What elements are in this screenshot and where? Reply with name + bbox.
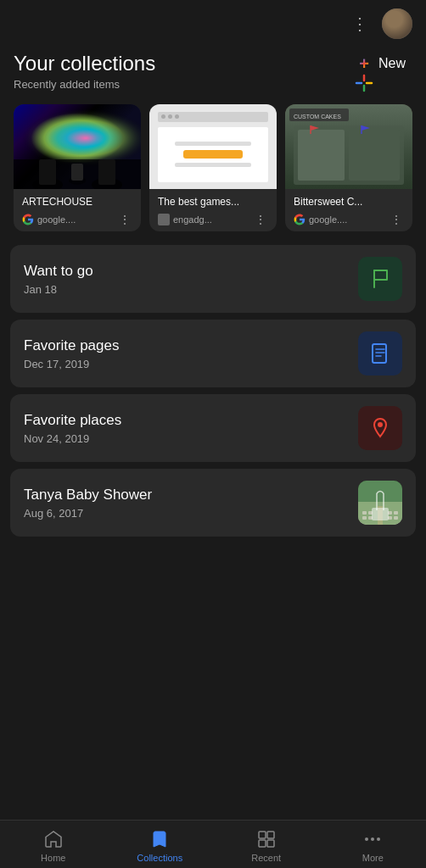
card-thumb-games	[149, 104, 277, 189]
flag-icon	[368, 267, 392, 291]
title-row: Your collections New	[0, 44, 426, 78]
browser-line-2	[175, 163, 251, 167]
card-meta-artechouse: google.... ⋮	[22, 213, 132, 226]
collection-item-baby-shower[interactable]: Tanya Baby Shower Aug 6, 2017	[10, 469, 416, 537]
page-title: Your collections	[14, 52, 155, 75]
collection-item-favorite-places[interactable]: Favorite places Nov 24, 2019	[10, 394, 416, 462]
card-more-bittersweet[interactable]: ⋮	[389, 213, 404, 226]
svg-rect-40	[267, 832, 274, 838]
svg-point-45	[377, 837, 380, 841]
nav-item-recent[interactable]: Recent	[213, 829, 320, 863]
svg-text:CUSTOM CAKES: CUSTOM CAKES	[294, 114, 341, 120]
new-plus-icon	[355, 54, 373, 73]
svg-rect-41	[259, 840, 266, 847]
collection-date-favorite-places: Nov 24, 2019	[24, 432, 121, 445]
card-source-bittersweet: google....	[294, 214, 347, 225]
svg-rect-5	[39, 159, 56, 185]
svg-rect-35	[368, 516, 373, 520]
favorite-pages-icon-wrapper	[358, 331, 402, 376]
svg-rect-21	[373, 344, 386, 363]
collection-date-favorite-pages: Dec 17, 2019	[24, 358, 119, 370]
nav-label-more: More	[362, 853, 384, 863]
card-artechouse[interactable]: ARTECHOUSE google.... ⋮	[14, 104, 141, 231]
more-icon-wrap	[362, 829, 383, 849]
card-meta-bittersweet: google.... ⋮	[294, 213, 404, 226]
collection-name-favorite-places: Favorite places	[24, 412, 121, 429]
collection-date-baby-shower: Aug 6, 2017	[24, 507, 152, 520]
collection-info-baby-shower: Tanya Baby Shower Aug 6, 2017	[24, 487, 152, 520]
svg-rect-33	[394, 511, 398, 515]
home-icon	[43, 829, 64, 849]
svg-point-25	[378, 422, 383, 427]
card-games[interactable]: The best games... engadg... ⋮	[149, 104, 277, 231]
svg-point-43	[365, 837, 368, 841]
collection-name-favorite-pages: Favorite pages	[24, 337, 119, 354]
new-button-label: New	[378, 56, 406, 71]
collection-item-want-to-go[interactable]: Want to go Jan 18	[10, 245, 416, 313]
bottom-spacer	[0, 537, 426, 613]
nav-item-collections[interactable]: Collections	[107, 829, 214, 863]
card-info-games: The best games... engadg... ⋮	[149, 189, 277, 231]
collection-item-favorite-pages[interactable]: Favorite pages Dec 17, 2019	[10, 320, 416, 387]
header: ⋮	[0, 0, 426, 44]
card-title-bittersweet: Bittersweet C...	[294, 196, 404, 208]
browser-dot-3	[175, 114, 179, 119]
recent-icon	[256, 829, 277, 849]
collection-name-baby-shower: Tanya Baby Shower	[24, 487, 152, 504]
browser-dot-2	[168, 114, 172, 119]
baby-shower-photo	[358, 481, 402, 525]
svg-rect-32	[388, 511, 392, 515]
svg-rect-14	[298, 130, 345, 181]
more-icon	[362, 829, 383, 849]
card-title-artechouse: ARTECHOUSE	[22, 196, 132, 208]
bottom-nav: Home Collections Recent	[0, 820, 426, 868]
svg-rect-38	[378, 506, 383, 525]
want-to-go-icon-wrapper	[358, 257, 402, 301]
recent-icon-wrap	[256, 829, 277, 849]
svg-rect-9	[71, 164, 83, 181]
svg-point-44	[371, 837, 374, 841]
card-more-games[interactable]: ⋮	[253, 213, 268, 226]
card-title-games: The best games...	[158, 196, 268, 208]
collection-list: Want to go Jan 18 Favorite pages Dec 17,…	[0, 245, 426, 537]
card-bittersweet[interactable]: CUSTOM CAKES Bittersweet C...	[285, 104, 412, 231]
browser-content	[158, 127, 268, 182]
svg-rect-39	[259, 832, 266, 838]
card-meta-games: engadg... ⋮	[158, 213, 268, 226]
svg-rect-36	[388, 516, 392, 520]
nav-label-home: Home	[41, 853, 65, 863]
header-more-button[interactable]: ⋮	[348, 10, 372, 37]
collection-name-want-to-go: Want to go	[24, 263, 93, 280]
collection-date-want-to-go: Jan 18	[24, 283, 93, 296]
collection-info-want-to-go: Want to go Jan 18	[24, 263, 93, 296]
card-more-artechouse[interactable]: ⋮	[117, 213, 132, 226]
svg-rect-31	[368, 511, 373, 515]
nav-item-more[interactable]: More	[320, 829, 427, 863]
browser-line-1	[175, 142, 251, 146]
document-icon	[368, 342, 392, 365]
svg-rect-15	[349, 130, 400, 181]
favorite-places-icon-wrapper	[358, 406, 402, 450]
browser-cta	[183, 150, 243, 159]
nav-item-home[interactable]: Home	[0, 829, 107, 863]
card-info-artechouse: ARTECHOUSE google.... ⋮	[14, 189, 141, 231]
google-icon-2	[294, 214, 305, 225]
new-button[interactable]: New	[348, 51, 412, 76]
svg-rect-34	[362, 516, 367, 520]
cards-scroll: ARTECHOUSE google.... ⋮	[0, 101, 426, 245]
svg-rect-37	[394, 516, 398, 520]
engadget-icon	[158, 214, 170, 225]
card-info-bittersweet: Bittersweet C... google.... ⋮	[285, 189, 412, 231]
svg-rect-42	[267, 840, 274, 847]
google-icon	[22, 214, 34, 225]
avatar[interactable]	[382, 8, 412, 39]
nav-label-recent: Recent	[251, 853, 281, 863]
baby-shower-thumbnail	[358, 481, 402, 525]
svg-rect-7	[98, 159, 115, 185]
collection-info-favorite-places: Favorite places Nov 24, 2019	[24, 412, 121, 445]
collections-icon	[149, 829, 170, 849]
home-icon-wrap	[43, 829, 64, 849]
pin-icon	[368, 416, 392, 440]
card-source-artechouse: google....	[22, 214, 76, 225]
card-thumb-bittersweet: CUSTOM CAKES	[285, 104, 412, 189]
